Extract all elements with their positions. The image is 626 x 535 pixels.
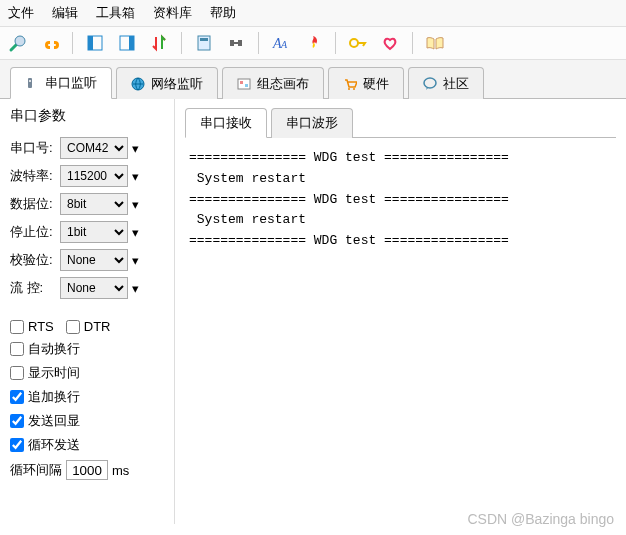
loop-label: 循环发送	[28, 436, 80, 454]
main-panel: 串口接收 串口波形 =============== WDG test =====…	[175, 99, 626, 524]
book-icon[interactable]	[423, 31, 447, 55]
databits-select[interactable]: 8bit	[60, 193, 128, 215]
toolbar-separator	[72, 32, 73, 54]
svg-point-18	[424, 78, 436, 88]
stopbits-label: 停止位:	[10, 223, 56, 241]
svg-rect-6	[200, 38, 208, 41]
menubar: 文件 编辑 工具箱 资料库 帮助	[0, 0, 626, 27]
tab-network-monitor[interactable]: 网络监听	[116, 67, 218, 99]
toolbar-separator	[335, 32, 336, 54]
serial-output: =============== WDG test ===============…	[185, 138, 616, 262]
toolbar-separator	[181, 32, 182, 54]
appendlf-label: 追加换行	[28, 388, 80, 406]
tab-label: 社区	[443, 75, 469, 93]
interval-input[interactable]	[66, 460, 108, 480]
parity-select[interactable]: None	[60, 249, 128, 271]
tab-community[interactable]: 社区	[408, 67, 484, 99]
interval-label: 循环间隔	[10, 461, 62, 479]
tab-label: 组态画布	[257, 75, 309, 93]
serial-icon	[25, 76, 39, 90]
menu-toolbox[interactable]: 工具箱	[96, 4, 135, 22]
showtime-label: 显示时间	[28, 364, 80, 382]
flow-select[interactable]: None	[60, 277, 128, 299]
showtime-checkbox[interactable]	[10, 366, 24, 380]
flow-label: 流 控:	[10, 279, 56, 297]
parity-label: 校验位:	[10, 251, 56, 269]
menu-library[interactable]: 资料库	[153, 4, 192, 22]
autowrap-checkbox[interactable]	[10, 342, 24, 356]
main-tabbar: 串口监听 网络监听 组态画布 硬件 社区	[0, 60, 626, 99]
watermark: CSDN @Bazinga bingo	[467, 511, 614, 527]
stopbits-select[interactable]: 1bit	[60, 221, 128, 243]
canvas-icon	[237, 77, 251, 91]
tab-hardware[interactable]: 硬件	[328, 67, 404, 99]
rts-checkbox[interactable]	[10, 320, 24, 334]
baud-label: 波特率:	[10, 167, 56, 185]
echo-label: 发送回显	[28, 412, 80, 430]
sort-icon[interactable]	[147, 31, 171, 55]
tab-label: 网络监听	[151, 75, 203, 93]
loop-checkbox[interactable]	[10, 438, 24, 452]
link-icon[interactable]	[38, 31, 62, 55]
toolbar-separator	[258, 32, 259, 54]
flame-icon[interactable]	[301, 31, 325, 55]
panel2-icon[interactable]	[115, 31, 139, 55]
port-label: 串口号:	[10, 139, 56, 157]
sub-tabbar: 串口接收 串口波形	[185, 107, 616, 138]
tab-label: 串口监听	[45, 74, 97, 92]
toolbar: AA	[0, 27, 626, 60]
calc-icon[interactable]	[192, 31, 216, 55]
menu-edit[interactable]: 编辑	[52, 4, 78, 22]
svg-rect-14	[240, 81, 243, 84]
heart-icon[interactable]	[378, 31, 402, 55]
panel1-icon[interactable]	[83, 31, 107, 55]
svg-rect-15	[245, 84, 248, 87]
echo-checkbox[interactable]	[10, 414, 24, 428]
globe-icon	[131, 77, 145, 91]
tab-label: 硬件	[363, 75, 389, 93]
menu-help[interactable]: 帮助	[210, 4, 236, 22]
sidebar-title: 串口参数	[10, 107, 164, 125]
svg-rect-2	[88, 36, 93, 50]
connect-icon[interactable]	[6, 31, 30, 55]
interval-unit: ms	[112, 463, 129, 478]
svg-point-11	[29, 80, 31, 82]
rts-label: RTS	[28, 319, 54, 334]
svg-point-0	[15, 36, 25, 46]
svg-point-9	[350, 39, 358, 47]
appendlf-checkbox[interactable]	[10, 390, 24, 404]
tab-serial-monitor[interactable]: 串口监听	[10, 67, 112, 99]
svg-text:A: A	[280, 39, 288, 50]
key-icon[interactable]	[346, 31, 370, 55]
svg-rect-10	[28, 78, 32, 88]
font-icon[interactable]: AA	[269, 31, 293, 55]
baud-select[interactable]: 115200	[60, 165, 128, 187]
tab-canvas[interactable]: 组态画布	[222, 67, 324, 99]
databits-label: 数据位:	[10, 195, 56, 213]
chat-icon	[423, 77, 437, 91]
svg-point-17	[353, 88, 355, 90]
subtab-waveform[interactable]: 串口波形	[271, 108, 353, 138]
dtr-label: DTR	[84, 319, 111, 334]
autowrap-label: 自动换行	[28, 340, 80, 358]
port-select[interactable]: COM42	[60, 137, 128, 159]
toolbar-separator	[412, 32, 413, 54]
cable-icon[interactable]	[224, 31, 248, 55]
svg-rect-13	[238, 79, 250, 89]
svg-rect-4	[129, 36, 134, 50]
svg-point-16	[348, 88, 350, 90]
subtab-receive[interactable]: 串口接收	[185, 108, 267, 138]
menu-file[interactable]: 文件	[8, 4, 34, 22]
sidebar: 串口参数 串口号:COM42▾ 波特率:115200▾ 数据位:8bit▾ 停止…	[0, 99, 175, 524]
cart-icon	[343, 77, 357, 91]
dtr-checkbox[interactable]	[66, 320, 80, 334]
